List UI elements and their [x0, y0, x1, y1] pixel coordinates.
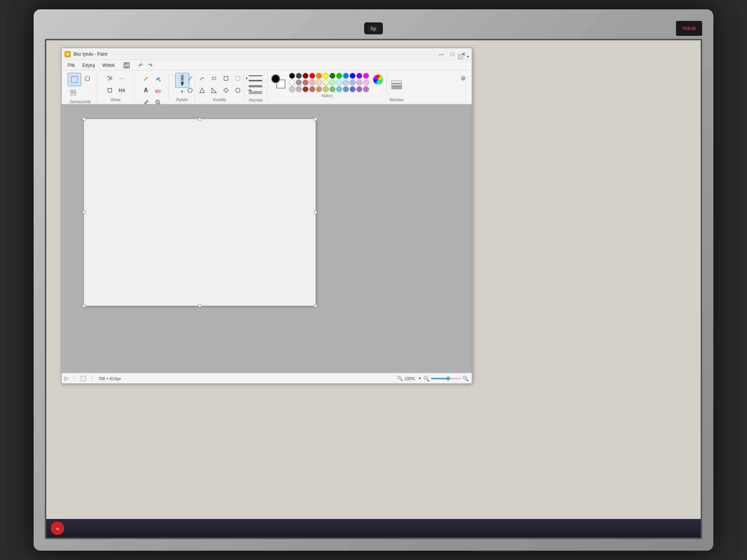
fg-color-swatch[interactable] — [271, 74, 280, 83]
color-brick[interactable] — [303, 86, 309, 92]
oval-tool[interactable] — [208, 73, 220, 84]
color-white[interactable] — [289, 80, 295, 85]
svg-point-4 — [67, 53, 68, 55]
zoom-search-button[interactable]: 🔍 — [397, 376, 403, 381]
color-olive[interactable] — [323, 86, 329, 92]
minimize-button[interactable]: — — [436, 50, 446, 58]
eraser-tool[interactable] — [152, 85, 164, 96]
zoom-dropdown-button[interactable]: ▼ — [418, 376, 422, 380]
paint-window: Bez tytułu - Paint — □ ✕ Plik Edytuj Wid… — [61, 48, 472, 384]
canvas-area[interactable] — [62, 104, 472, 373]
color-purple[interactable] — [356, 73, 362, 79]
line-size-1[interactable] — [249, 74, 264, 77]
rtriangle-tool[interactable] — [208, 85, 220, 96]
selection-group: Zaznaczenie — [65, 73, 96, 102]
color-lgray[interactable] — [289, 86, 295, 92]
color-dgray[interactable] — [296, 73, 302, 79]
color-lavender[interactable] — [350, 80, 356, 85]
color-tan[interactable] — [316, 86, 322, 92]
redo-button[interactable]: ↷ — [146, 61, 155, 70]
taskbar-start[interactable]: W — [51, 522, 64, 535]
diamond-tool[interactable] — [220, 85, 232, 96]
fill-tool[interactable] — [152, 73, 164, 84]
pencil-tool[interactable] — [140, 73, 152, 84]
menu-plik[interactable]: Plik — [65, 62, 78, 69]
rotate-tool[interactable] — [104, 85, 115, 96]
color-steel[interactable] — [343, 86, 349, 92]
layers-icon-wrap[interactable] — [390, 73, 403, 96]
color-sky[interactable] — [343, 80, 349, 85]
color-rose[interactable] — [309, 86, 315, 92]
color-dgreen[interactable] — [329, 73, 335, 79]
color-green[interactable] — [336, 73, 342, 79]
settings-button[interactable] — [458, 73, 469, 84]
hexagon-tool[interactable] — [232, 85, 244, 96]
color-mgray[interactable] — [296, 86, 302, 92]
color-cyan[interactable] — [336, 80, 342, 85]
color-teal[interactable] — [336, 86, 342, 92]
color-mint[interactable] — [329, 86, 335, 92]
color-orange[interactable] — [316, 73, 322, 79]
menu-widok[interactable]: Widok — [99, 62, 118, 69]
color-blue[interactable] — [350, 73, 356, 79]
color-black[interactable] — [289, 73, 295, 79]
rect-tool[interactable] — [220, 73, 232, 84]
line-tool[interactable] — [185, 73, 196, 84]
crop-tool[interactable] — [104, 73, 115, 84]
handle-bottomcenter[interactable] — [198, 304, 201, 307]
drawing-canvas[interactable] — [84, 119, 316, 306]
text-tool[interactable]: A — [140, 85, 152, 96]
menu-edytuj[interactable]: Edytuj — [79, 62, 97, 69]
handle-topright[interactable] — [314, 118, 317, 121]
color-lgreen[interactable] — [329, 80, 335, 85]
color-orchid[interactable] — [363, 86, 369, 92]
handle-topleft[interactable] — [83, 118, 86, 121]
zoom-thumb[interactable] — [446, 377, 450, 380]
color-yellow[interactable] — [323, 73, 329, 79]
handle-midright[interactable] — [314, 211, 317, 214]
line-size-3[interactable] — [249, 84, 264, 88]
color-magenta[interactable] — [363, 73, 369, 79]
color-indigo[interactable] — [350, 86, 356, 92]
color-lpink[interactable] — [363, 80, 369, 85]
color-violet[interactable] — [356, 80, 362, 85]
color-lyellow[interactable] — [323, 80, 329, 85]
svg-line-23 — [188, 77, 192, 81]
outline-style[interactable] — [232, 73, 244, 84]
free-select-tool[interactable] — [82, 73, 93, 84]
fill-style-selector[interactable] — [457, 53, 464, 60]
color-peach[interactable] — [316, 80, 322, 85]
handle-midleft[interactable] — [83, 211, 86, 214]
handle-topcenter[interactable] — [198, 118, 201, 121]
zoom-slider[interactable] — [431, 378, 461, 379]
undo-button[interactable]: ↶ — [136, 61, 145, 70]
color-pink[interactable] — [309, 80, 315, 85]
zoom-out-button[interactable]: 🔍 — [423, 376, 430, 382]
resize-tool[interactable]: ↔↕ — [116, 73, 127, 84]
rainbow-picker[interactable] — [373, 74, 383, 85]
zoom-in-button[interactable]: 🔍 — [462, 376, 469, 382]
color-lred[interactable] — [303, 80, 309, 85]
zoom-percent: 100% — [405, 376, 416, 381]
flip-tool[interactable] — [116, 85, 127, 96]
save-button[interactable] — [122, 61, 131, 70]
handle-bottomright[interactable] — [314, 304, 317, 307]
image-select-tool[interactable] — [68, 87, 79, 98]
fill-style-dropdown[interactable]: ▼ — [466, 51, 470, 62]
color-red[interactable] — [309, 73, 315, 79]
pentagon-tool[interactable] — [185, 85, 196, 96]
color-gray[interactable] — [296, 80, 302, 85]
color-dred[interactable] — [303, 73, 309, 79]
line-size-4[interactable] — [249, 90, 264, 95]
handle-bottomleft[interactable] — [83, 304, 86, 307]
rectangle-select-tool[interactable] — [68, 73, 81, 86]
color-amethyst[interactable] — [356, 86, 362, 92]
color-lblue[interactable] — [343, 73, 349, 79]
curve-tool[interactable] — [196, 73, 208, 84]
colors-label: Kolory — [322, 94, 332, 98]
line-size-2[interactable] — [249, 79, 264, 83]
menu-bar: Plik Edytuj Widok ↶ ↷ — [62, 60, 472, 71]
triangle-tool[interactable] — [196, 85, 208, 96]
drawing-tools: A — [140, 73, 164, 108]
maximize-button[interactable]: □ — [447, 50, 458, 58]
